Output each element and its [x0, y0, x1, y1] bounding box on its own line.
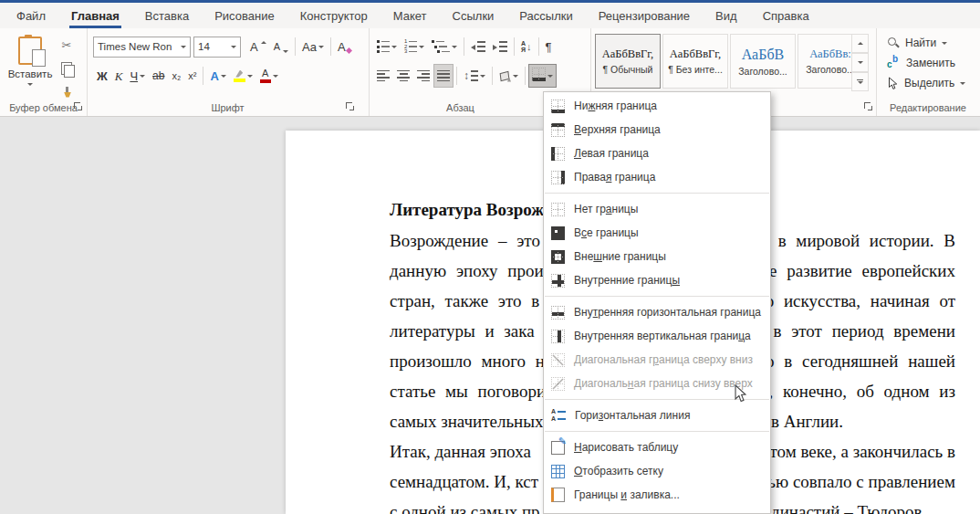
find-label: Найти	[905, 37, 936, 49]
menu-item-border-none[interactable]: Нет границы	[544, 197, 770, 221]
shrink-font-button[interactable]: А	[270, 35, 292, 58]
copy-button[interactable]	[57, 59, 77, 78]
tab-Рисование[interactable]: Рисование	[202, 3, 287, 28]
menu-item-label: Нарисовать таблицу	[574, 441, 678, 454]
chevron-down-icon	[858, 81, 863, 84]
italic-button[interactable]: К	[111, 64, 127, 88]
tab-Конструктор[interactable]: Конструктор	[287, 3, 381, 28]
clear-formatting-button[interactable]: А	[334, 35, 349, 58]
bold-button[interactable]: Ж	[93, 64, 111, 88]
styles-scroll-down-button[interactable]	[851, 53, 869, 72]
font-color-button[interactable]: А	[256, 64, 282, 88]
tab-Ссылки[interactable]: Ссылки	[440, 3, 507, 28]
menu-item-border-inside-v[interactable]: Внутренняя вертикальная граница	[544, 324, 770, 348]
menu-item-border-inside-h[interactable]: Внутренняя горизонтальная граница	[544, 300, 770, 324]
menu-item-border-outside[interactable]: Внешние границы	[544, 245, 770, 268]
tab-Файл[interactable]: Файл	[4, 3, 58, 28]
divider	[456, 67, 457, 85]
styles-scroll-up-button[interactable]	[851, 34, 869, 53]
styles-more-button[interactable]	[851, 72, 869, 91]
menu-item-border-all[interactable]: Все границы	[544, 221, 770, 245]
style-preview: АаБбВвГг,	[670, 47, 721, 61]
subscript-button[interactable]: x₂	[168, 64, 184, 88]
styles-dialog-launcher-icon[interactable]	[864, 102, 873, 111]
select-button[interactable]: Выделить	[876, 73, 965, 93]
menu-item-border-right[interactable]: Правая граница	[544, 165, 770, 189]
italic-icon: К	[115, 70, 123, 82]
chevron-down-icon	[547, 75, 553, 78]
menu-item-borders-and-shading[interactable]: Границы и заливка...	[544, 483, 770, 507]
font-dialog-launcher-icon[interactable]	[346, 102, 355, 111]
align-right-button[interactable]	[413, 64, 433, 88]
ribbon-tabs: ФайлГлавнаяВставкаРисованиеКонструкторМа…	[0, 3, 980, 28]
border-none-icon	[551, 203, 565, 216]
find-button[interactable]: Найти	[876, 33, 965, 53]
editing-buttons: Найти Заменить Выделить	[876, 33, 965, 93]
menu-item-label: Нет границы	[574, 203, 638, 215]
numbering-button[interactable]: 123	[401, 35, 428, 58]
paragraph-row-2: ↕	[373, 64, 557, 88]
menu-item-draw-table[interactable]: ✎Нарисовать таблицу	[544, 435, 770, 459]
shading-button[interactable]	[495, 64, 522, 88]
align-left-button[interactable]	[373, 64, 393, 88]
decrease-indent-icon	[471, 41, 485, 53]
menu-item-label: Внутренние границы	[574, 274, 680, 287]
align-center-button[interactable]	[393, 64, 413, 88]
chevron-down-icon	[858, 61, 863, 64]
chevron-down-icon	[318, 46, 324, 48]
style-card-3[interactable]: АаБбВЗаголово...	[730, 34, 796, 89]
chevron-down-icon	[231, 46, 236, 48]
sort-button[interactable]: АЯ↓	[517, 35, 536, 58]
cut-button[interactable]: ✂	[57, 36, 77, 54]
grow-font-button[interactable]: А	[246, 35, 270, 58]
borders-button[interactable]	[528, 64, 557, 88]
clipboard-dialog-launcher-icon[interactable]	[74, 102, 83, 111]
line-spacing-button[interactable]: ↕	[460, 64, 489, 88]
font-size-combobox[interactable]: 14	[193, 37, 241, 58]
sort-icon: АЯ↓	[521, 40, 532, 53]
border-top-icon	[551, 123, 565, 137]
chevron-up-icon	[858, 42, 863, 45]
format-painter-button[interactable]	[57, 83, 77, 101]
chevron-down-icon	[391, 46, 397, 48]
superscript-button[interactable]: x²	[184, 64, 200, 88]
bullets-button[interactable]	[373, 35, 401, 58]
strikethrough-button[interactable]: ab	[149, 64, 168, 88]
text-effects-button[interactable]: А	[206, 64, 229, 88]
border-outside-icon	[551, 250, 565, 264]
change-case-button[interactable]: Aa	[298, 35, 328, 58]
menu-item-border-inside[interactable]: Внутренние границы	[544, 268, 770, 292]
document-line-left: данную эпоху прои	[390, 261, 544, 281]
tab-Справка[interactable]: Справка	[750, 3, 822, 28]
divider	[203, 67, 203, 85]
replace-button[interactable]: Заменить	[876, 53, 965, 73]
increase-indent-button[interactable]	[489, 35, 511, 58]
tab-Макет[interactable]: Макет	[381, 3, 440, 28]
style-card-1[interactable]: АаБбВвГг,¶ Обычный	[595, 34, 661, 89]
menu-item-view-gridlines[interactable]: Отобразить сетку	[544, 459, 770, 483]
tab-Вставка[interactable]: Вставка	[132, 3, 202, 28]
menu-item-border-top[interactable]: Верхняя граница	[544, 118, 770, 142]
justify-button[interactable]	[433, 64, 454, 88]
style-card-2[interactable]: АаБбВвГг,¶ Без инте...	[662, 34, 728, 89]
menu-item-label: Горизонтальная линия	[575, 409, 690, 422]
tab-Рассылки[interactable]: Рассылки	[506, 3, 585, 28]
border-bottom-icon	[551, 100, 565, 113]
ribbon: Вставить ✂ Буфер обмена Times New Ron 14	[0, 28, 980, 117]
document-line-left: произошло много н	[390, 351, 545, 372]
menu-item-border-left[interactable]: Левая граница	[544, 142, 770, 165]
show-marks-button[interactable]: ¶	[542, 35, 556, 58]
style-name: ¶ Без инте...	[668, 64, 723, 75]
underline-button[interactable]: Ч	[126, 64, 149, 88]
border-all-icon	[551, 226, 565, 240]
paste-button[interactable]: Вставить	[7, 33, 53, 111]
multilevel-list-button[interactable]	[428, 35, 461, 58]
tab-Рецензирование[interactable]: Рецензирование	[586, 3, 703, 28]
decrease-indent-button[interactable]	[467, 35, 489, 58]
tab-Главная[interactable]: Главная	[58, 3, 132, 28]
font-name-combobox[interactable]: Times New Ron	[93, 37, 191, 58]
tab-Вид[interactable]: Вид	[703, 3, 750, 28]
menu-item-border-bottom[interactable]: Нижняя граница	[544, 94, 770, 118]
text-highlight-button[interactable]	[230, 64, 256, 88]
menu-item-horizontal-line[interactable]: AAГоризонтальная линия	[544, 404, 770, 427]
